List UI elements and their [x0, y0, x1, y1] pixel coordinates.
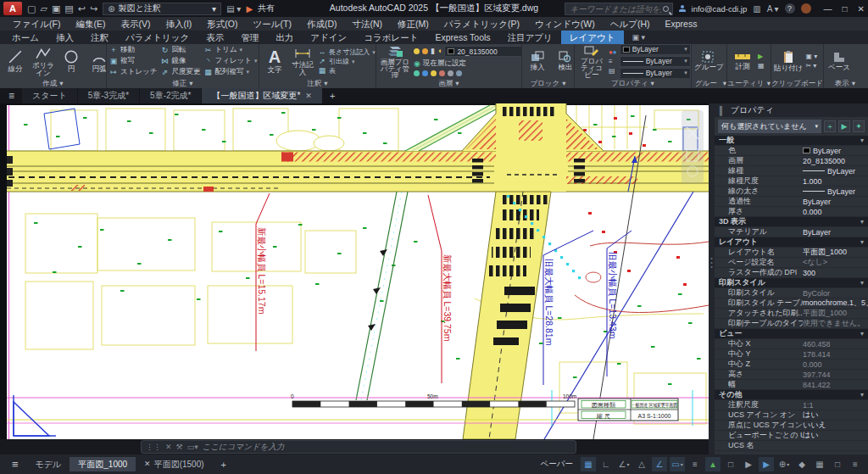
menu-item[interactable]: ウィンドウ(W)	[527, 17, 603, 31]
paste-tool[interactable]: 貼り付け	[774, 50, 803, 72]
layer-unlock-icon[interactable]: ◖	[437, 47, 442, 55]
line-tool[interactable]: 線分	[3, 49, 28, 73]
ortho-mode-icon[interactable]: ∟ ▾	[598, 457, 614, 471]
modify-tool[interactable]: ↻ 回転 ▾	[161, 45, 201, 55]
account-name[interactable]: info@cad-cdi.jp	[692, 4, 748, 14]
menu-item[interactable]: Express	[658, 17, 705, 31]
color-wheel-icon[interactable]: ●●	[609, 48, 617, 56]
ribbon-tab[interactable]: 注目アプリ	[499, 31, 561, 44]
avatar[interactable]	[801, 3, 811, 14]
units-icon[interactable]: ▦ ▾	[812, 457, 827, 471]
menu-item[interactable]: 編集(E)	[68, 17, 113, 31]
text-tool[interactable]: A 文字	[262, 48, 287, 74]
share-label[interactable]: 共有	[258, 3, 275, 14]
panel-label-create[interactable]: 作成▾	[0, 78, 106, 88]
close-icon[interactable]: ✕	[144, 457, 151, 471]
share-icon[interactable]: ▶	[246, 4, 253, 14]
menu-item[interactable]: 形式(O)	[199, 17, 245, 31]
panel-label-view[interactable]: 表示▾	[824, 78, 866, 88]
set-current-layer-button[interactable]: 現在層に設定	[423, 59, 466, 69]
menu-item[interactable]: 挿入(I)	[158, 17, 199, 31]
lineweight-dropdown[interactable]: ByLayer ▾	[620, 56, 691, 67]
modify-tool[interactable]: ▦ 配列複写 ▾	[204, 67, 258, 77]
ribbon-display-toggle[interactable]: ▣ ▾	[632, 31, 646, 44]
file-tab-menu-icon[interactable]: ≡	[2, 88, 21, 103]
save-icon[interactable]: ▣	[52, 3, 60, 14]
isometric-drafting-icon[interactable]: △ ▾	[634, 457, 649, 471]
undo-icon[interactable]: ↩	[78, 3, 86, 14]
annotate-tool[interactable]: ↔ 長さ寸法記入 ▾	[318, 48, 376, 56]
layout-tab[interactable]: ✕ 平面図_1000	[70, 457, 136, 471]
workspace-selector[interactable]: ⊛ 製図と注釈 ▾	[103, 3, 221, 15]
open-icon[interactable]: ▱	[40, 3, 47, 14]
search-input[interactable]	[569, 3, 663, 14]
ribbon-tab[interactable]: 管理	[232, 31, 267, 44]
modify-tool[interactable]: + 移動 ▾	[109, 45, 158, 55]
section-collapse-icon[interactable]: ▾	[860, 218, 864, 226]
layer-on-icon[interactable]	[414, 48, 420, 54]
file-tab[interactable]: 5章-2完成* ✕	[140, 88, 201, 103]
match-properties-tool[interactable]: プロパティコピー	[577, 45, 606, 78]
close-icon[interactable]: ✕	[305, 88, 312, 103]
menu-item[interactable]: ヘルプ(H)	[603, 17, 658, 31]
redo-icon[interactable]: ↪	[90, 3, 97, 14]
property-row[interactable]: UCS 名 ▾	[715, 441, 868, 451]
autodesk-apps-icon[interactable]: A ▾	[767, 4, 779, 14]
layer-lock-icon[interactable]: ▮	[431, 47, 435, 55]
select-objects-icon[interactable]: ▶	[838, 120, 850, 132]
panel-label-utilities[interactable]: ユーティリティ▾	[727, 78, 771, 88]
menu-item[interactable]: 作成(D)	[299, 17, 345, 31]
modify-tool[interactable]: ⋈ 鏡像 ▾	[161, 56, 201, 66]
section-collapse-icon[interactable]: ▾	[860, 137, 864, 144]
annotation-visibility-icon[interactable]: ▲ ▾	[705, 457, 721, 471]
ribbon-tab[interactable]: レイアウト	[561, 31, 624, 44]
linetype-dropdown[interactable]: ByLayer ▾	[620, 68, 691, 79]
selection-cycling-icon[interactable]: ▶ ▾	[741, 457, 756, 471]
base-view-tool[interactable]: ベース	[826, 51, 852, 71]
selection-filter-icon[interactable]: ▶ ▾	[759, 457, 774, 471]
layer-tool-icon[interactable]	[456, 70, 462, 76]
file-tab[interactable]: 5章-3完成* ✕	[78, 88, 139, 103]
recent-commands-icon[interactable]: ▭▾	[187, 443, 198, 451]
menu-item[interactable]: 修正(M)	[390, 17, 437, 31]
customization-icon[interactable]: ⊕ ▾	[776, 457, 792, 471]
annotate-tool[interactable]: ▦ 表 ▾	[318, 67, 376, 75]
plot-icon[interactable]: ▤ ▾	[226, 4, 241, 14]
modify-tool[interactable]: ◝ フィレット ▾	[204, 56, 258, 66]
polyline-tool[interactable]: ポリライン	[31, 46, 56, 77]
menu-item[interactable]: ツール(T)	[246, 17, 299, 31]
layer-tool-icon[interactable]	[431, 70, 437, 76]
ribbon-tab[interactable]: Express Tools	[426, 31, 498, 44]
measure-tool[interactable]: 計測	[730, 52, 755, 70]
ribbon-tab[interactable]: 注釈	[82, 31, 117, 44]
section-collapse-icon[interactable]: ▾	[860, 391, 864, 399]
selection-dropdown[interactable]: 何も選択されていません ▾	[718, 120, 821, 133]
group-tool[interactable]: グループ	[694, 51, 724, 71]
circle-tool[interactable]: 円	[58, 49, 84, 73]
workspace-switch-icon[interactable]: ◆ ▾	[794, 457, 810, 471]
ribbon-tab[interactable]: パラメトリック	[117, 31, 198, 44]
layer-tool-icon[interactable]	[414, 70, 420, 76]
layer-freeze-icon[interactable]	[422, 48, 428, 54]
panel-label-clipboard[interactable]: クリップボード	[771, 78, 823, 88]
insert-block-tool[interactable]: 挿入	[525, 51, 550, 71]
layout-tab[interactable]: ✕ 平面図(1500)	[136, 457, 212, 471]
help-icon[interactable]: ?	[785, 3, 795, 14]
file-tab[interactable]: 【一般国道】区域変更* ✕	[202, 88, 321, 103]
dimension-tool[interactable]: 寸法記入	[290, 47, 315, 76]
drawing-canvas[interactable]: 新最小幅員 L=15.17m 新最大幅員 L=39.75m 旧最大幅員 L=28…	[0, 103, 709, 439]
menu-item[interactable]: 表示(V)	[113, 17, 158, 31]
autoscale-icon[interactable]: □ ▾	[723, 457, 738, 471]
ribbon-tab[interactable]: 出力	[267, 31, 302, 44]
new-drawing-button[interactable]: +	[323, 88, 342, 103]
panel-label-annotate[interactable]: 注釈▾	[259, 78, 376, 88]
cut-clip-icon[interactable]: ✂ ▾	[805, 62, 817, 70]
panel-label-groups[interactable]: グループ▾	[692, 78, 726, 88]
calculator-icon[interactable]: ▦	[758, 62, 765, 70]
palette-header[interactable]: ▍ プロパティ	[715, 103, 868, 117]
modify-tool[interactable]: ▣ 複写 ▾	[109, 56, 158, 66]
close-icon[interactable]: ✕	[165, 443, 172, 451]
object-snap-tracking-icon[interactable]: ∠ ▾	[652, 457, 667, 471]
layer-tool-icon[interactable]	[422, 70, 428, 76]
search-icon[interactable]	[663, 6, 669, 12]
